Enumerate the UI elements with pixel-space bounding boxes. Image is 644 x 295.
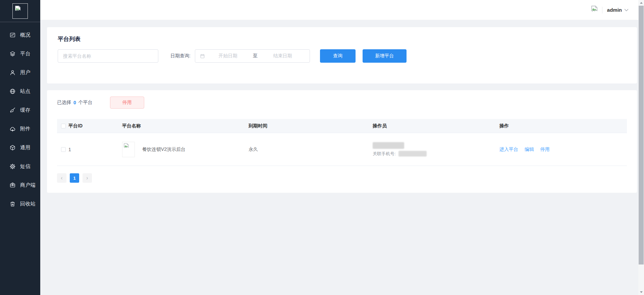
date-start-placeholder: 开始日期 [205, 53, 251, 59]
layers-icon [9, 51, 16, 57]
table-header-row: 平台ID 平台名称 到期时间 操作员 操作 [57, 119, 627, 133]
sidebar: 概况 平台 用户 站点 缓存 [0, 0, 40, 295]
selected-suffix: 个平台 [78, 100, 93, 106]
sidebar-item-label: 平台 [20, 51, 31, 57]
sidebar-item-users[interactable]: 用户 [0, 63, 40, 82]
vertical-scrollbar [638, 0, 644, 295]
sidebar-item-label: 短信 [20, 163, 31, 170]
sidebar-item-label: 用户 [20, 69, 31, 76]
sidebar-item-cache[interactable]: 缓存 [0, 101, 40, 119]
selection-bar: 已选择 0 个平台 停用 [57, 97, 627, 109]
date-query-label: 日期查询: [170, 53, 191, 59]
pagination-prev-button[interactable]: ‹ [57, 173, 66, 183]
sidebar-item-label: 商户端 [20, 182, 36, 188]
triangle-down-icon [640, 291, 643, 293]
cube-icon [9, 144, 16, 151]
platform-thumbnail [122, 142, 135, 157]
add-platform-button[interactable]: 新增平台 [363, 49, 407, 63]
brush-icon [9, 107, 16, 113]
expire-time: 永久 [249, 146, 373, 153]
sidebar-item-label: 回收站 [20, 201, 36, 207]
broken-image-icon [123, 142, 130, 151]
chevron-down-icon [624, 7, 629, 13]
phone-number-redacted [398, 151, 427, 157]
sidebar-item-merchant[interactable]: 商户端 [0, 176, 40, 194]
date-end-placeholder: 结束日期 [260, 53, 306, 59]
disable-selected-button[interactable]: 停用 [110, 97, 144, 109]
broken-image-icon [590, 5, 599, 15]
selected-prefix: 已选择 [57, 100, 71, 106]
avatar [590, 5, 599, 15]
user-icon [9, 69, 16, 76]
table-row: 1 餐饮连锁V2演示后台 [57, 133, 627, 166]
pagination-page-1[interactable]: 1 [70, 173, 79, 183]
divider [602, 7, 602, 13]
sidebar-item-label: 概况 [20, 32, 31, 38]
trash-icon [9, 201, 16, 207]
sidebar-item-sites[interactable]: 站点 [0, 82, 40, 101]
sidebar-item-attachments[interactable]: 附件 [0, 119, 40, 138]
scrollbar-down-arrow[interactable] [638, 289, 644, 295]
gear-icon [9, 163, 16, 170]
query-button[interactable]: 查询 [320, 49, 356, 63]
edit-link[interactable]: 编辑 [525, 146, 534, 152]
triangle-up-icon [640, 2, 643, 4]
cloud-upload-icon [9, 126, 16, 132]
sidebar-item-label: 站点 [20, 88, 31, 95]
sidebar-item-overview[interactable]: 概况 [0, 25, 40, 44]
sidebar-item-platform[interactable]: 平台 [0, 44, 40, 63]
sidebar-item-label: 缓存 [20, 107, 31, 113]
sidebar-item-recycle-bin[interactable]: 回收站 [0, 194, 40, 213]
sidebar-item-sms[interactable]: 短信 [0, 157, 40, 176]
platform-name: 餐饮连锁V2演示后台 [142, 146, 185, 153]
row-checkbox[interactable] [61, 147, 66, 152]
column-header-name: 平台名称 [122, 123, 249, 129]
content-area: 平台列表 日期查询: 开始日期 至 结束日期 查询 新增平台 已选择 [40, 20, 644, 295]
sidebar-item-general[interactable]: 通用 [0, 138, 40, 157]
selected-count: 0 [73, 100, 76, 105]
table-card: 已选择 0 个平台 停用 平台ID 平台名称 到期时间 操作员 操作 1 [47, 90, 637, 193]
date-range-picker[interactable]: 开始日期 至 结束日期 [195, 49, 310, 63]
filter-row: 日期查询: 开始日期 至 结束日期 查询 新增平台 [58, 49, 626, 63]
column-header-id: 平台ID [68, 123, 122, 129]
column-header-expire: 到期时间 [249, 123, 373, 129]
enter-platform-link[interactable]: 进入平台 [499, 146, 518, 152]
sidebar-logo-area [0, 0, 40, 22]
storefront-icon [9, 182, 16, 188]
search-input[interactable] [58, 49, 158, 63]
pagination: ‹ 1 › [57, 173, 627, 183]
phone-label: 关联手机号: [373, 151, 396, 157]
sidebar-item-label: 通用 [20, 144, 31, 151]
filter-card: 平台列表 日期查询: 开始日期 至 结束日期 查询 新增平台 [47, 27, 637, 83]
overview-chart-icon [9, 32, 16, 38]
user-dropdown[interactable]: admin [590, 5, 629, 15]
scrollbar-thumb[interactable] [639, 6, 644, 264]
sidebar-item-label: 附件 [20, 126, 31, 132]
calendar-icon [200, 54, 205, 59]
operator-cell: 关联手机号: [373, 142, 499, 157]
operator-name-redacted [373, 142, 404, 149]
top-header: admin [40, 0, 644, 20]
logo [12, 3, 28, 19]
scrollbar-up-arrow[interactable] [638, 0, 644, 6]
globe-icon [9, 88, 16, 95]
main-column: admin 平台列表 日期查询: 开始日期 至 结束日期 查询 [40, 0, 644, 295]
platform-table: 平台ID 平台名称 到期时间 操作员 操作 1 [57, 119, 627, 166]
select-all-checkbox[interactable] [61, 124, 66, 128]
platform-id: 1 [68, 147, 122, 152]
row-actions: 进入平台 编辑 停用 [499, 146, 627, 153]
page-title: 平台列表 [58, 35, 626, 43]
sidebar-nav: 概况 平台 用户 站点 缓存 [0, 22, 40, 213]
column-header-operator: 操作员 [373, 123, 499, 129]
column-header-actions: 操作 [499, 123, 627, 129]
date-separator: 至 [251, 53, 260, 59]
pagination-next-button[interactable]: › [83, 173, 92, 183]
disable-link[interactable]: 停用 [540, 146, 550, 152]
broken-image-icon [14, 5, 22, 14]
username: admin [607, 7, 622, 13]
